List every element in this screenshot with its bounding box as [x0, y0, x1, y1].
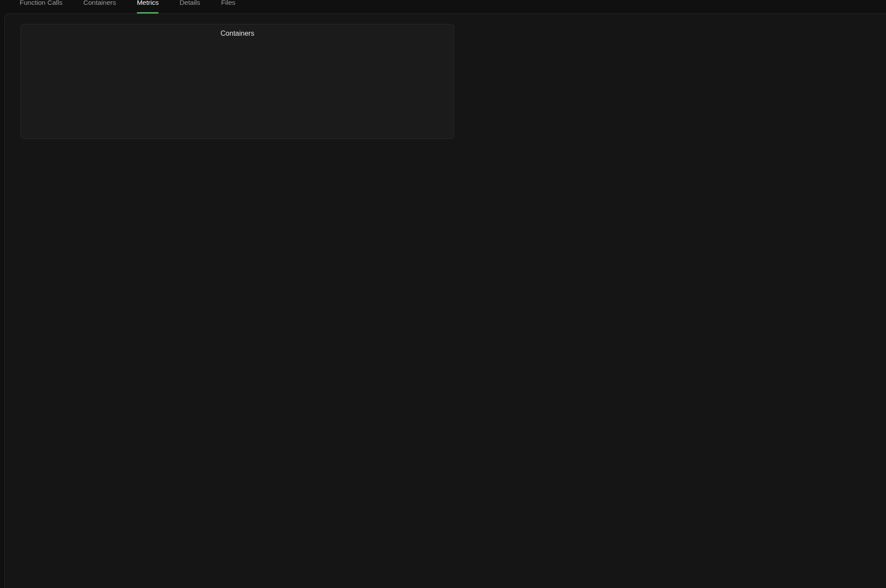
tab-label: Function Calls	[20, 0, 62, 7]
tab-label: Details	[179, 0, 200, 7]
metric-card-containers: Containers	[20, 24, 454, 139]
tab-label: Containers	[83, 0, 116, 7]
charts-grid: Containers	[5, 14, 886, 139]
metrics-panel: Containers	[4, 14, 886, 588]
tab-files[interactable]: Files	[221, 0, 236, 14]
tab-function-calls[interactable]: Function Calls	[20, 0, 62, 14]
chart-title: Containers	[21, 30, 454, 37]
tab-bar: Function CallsContainersMetricsDetailsFi…	[0, 0, 886, 14]
tab-label: Files	[221, 0, 236, 7]
tab-details[interactable]: Details	[179, 0, 200, 14]
tab-metrics[interactable]: Metrics	[137, 0, 159, 14]
tab-label: Metrics	[137, 0, 159, 7]
tab-containers[interactable]: Containers	[83, 0, 116, 14]
